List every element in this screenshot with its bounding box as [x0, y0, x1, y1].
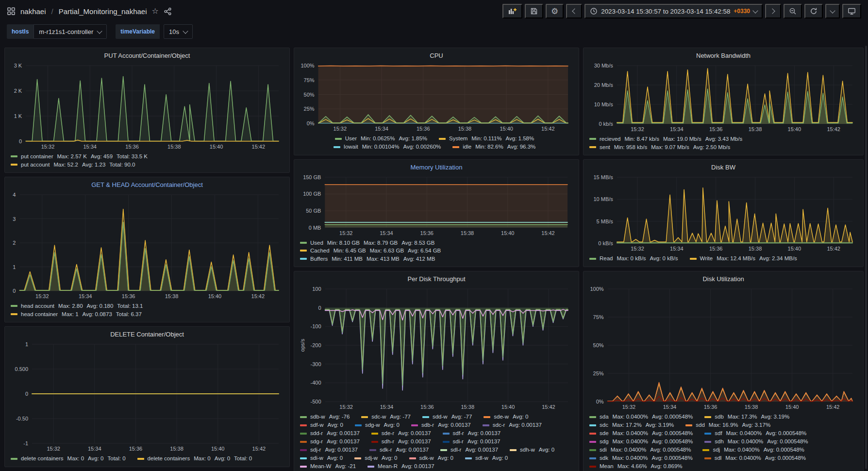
refresh-interval-dropdown[interactable]: [825, 4, 840, 18]
dashboard-settings-button[interactable]: ⚙: [546, 4, 564, 18]
panel-title[interactable]: PUT Account/Container/Object: [10, 51, 284, 61]
panel-title[interactable]: GET & HEAD Account/Container/Object: [10, 180, 284, 190]
legend-item[interactable]: put accountMax: 52.2Avg: 1.23Total: 90.0: [11, 161, 284, 169]
legend-item[interactable]: sdfMax: 0.0400%Avg: 0.000548%: [704, 429, 810, 437]
legend-series-name[interactable]: sdc-w: [371, 413, 386, 421]
refresh-button[interactable]: [804, 4, 823, 18]
legend-item[interactable]: idleMin: 82.6%Avg: 96.3%: [452, 143, 539, 151]
legend-series-name[interactable]: put account: [21, 161, 50, 169]
legend-item[interactable]: delete containersMax: 0Avg: 0Total: 0: [137, 454, 256, 463]
legend-series-name[interactable]: recieved: [600, 135, 620, 143]
legend-item[interactable]: IowaitMin: 0.00104%Avg: 0.00260%: [334, 143, 445, 151]
legend-item[interactable]: sdf-wAvg: 0: [300, 421, 347, 429]
timeseries-chart[interactable]: 0 kb/s10 Mb/s20 Mb/s30 Mb/s15:3215:3415:…: [588, 62, 858, 134]
legend-item[interactable]: put containerMax: 2.57 KAvg: 459Total: 3…: [11, 152, 284, 161]
timeseries-chart[interactable]: 1000-100-200-300-400-50015:3215:3415:361…: [299, 285, 574, 411]
legend-series-name[interactable]: sdl-r: [451, 446, 461, 454]
timeseries-chart[interactable]: 0 MB50 GB100 GB150 GB15:3215:3415:3615:3…: [299, 173, 574, 237]
panel-title[interactable]: CPU: [299, 51, 574, 61]
legend-series-name[interactable]: sde: [600, 429, 609, 437]
timeseries-chart[interactable]: 01 K2 K3 K15:3215:3415:3615:3815:4015:42: [10, 62, 284, 151]
timeseries-chart[interactable]: 0123415:3215:3415:3615:3815:4015:42: [10, 191, 284, 301]
legend-item[interactable]: head accountMax: 2.80Avg: 0.180Total: 13…: [11, 302, 284, 310]
legend-item[interactable]: sdkMax: 0.0400%Avg: 0.000548%: [589, 454, 697, 462]
star-icon[interactable]: ☆: [152, 7, 159, 15]
legend-item[interactable]: sdl-wAvg: 0: [465, 454, 512, 462]
legend-series-name[interactable]: Mean-R: [378, 462, 398, 471]
legend-series-name[interactable]: delete containers: [21, 454, 64, 463]
legend-item[interactable]: recievedMin: 8.47 kb/sMax: 19.0 Mb/sAvg:…: [589, 135, 857, 143]
legend-item[interactable]: sdd-wAvg: -77: [422, 413, 476, 421]
legend-item[interactable]: WriteMax: 12.4 MB/sAvg: 2.34 MB/s: [690, 254, 801, 263]
legend-series-name[interactable]: sdj: [713, 446, 720, 454]
panel-title[interactable]: Per Disk Throughput: [299, 274, 574, 284]
legend-item[interactable]: sdk-wAvg: 0: [409, 454, 457, 462]
legend-item[interactable]: sdeMax: 0.0400%Avg: 0.000548%: [589, 429, 697, 437]
add-panel-button[interactable]: [502, 4, 522, 18]
legend-series-name[interactable]: sde-w: [494, 413, 509, 421]
legend-item[interactable]: sdb-wAvg: -76: [300, 413, 353, 421]
variable-hostis-dropdown[interactable]: m-r1z1s1-controller: [33, 24, 107, 39]
legend-series-name[interactable]: sdg-w: [365, 421, 380, 429]
legend-item[interactable]: sdh-rAvg: 0.00137: [371, 437, 435, 446]
legend-series-name[interactable]: sdf-r: [453, 429, 464, 437]
legend-item[interactable]: sdf-rAvg: 0.00137: [443, 429, 505, 437]
legend-series-name[interactable]: sdl: [715, 454, 722, 462]
legend-item[interactable]: sdd-rAvg: 0.00137: [300, 429, 364, 437]
legend-series-name[interactable]: Buffers: [310, 255, 328, 263]
legend-series-name[interactable]: sdj-r: [310, 446, 321, 454]
panel-title[interactable]: Memory Utilization: [299, 163, 574, 172]
legend-series-name[interactable]: sdh: [715, 437, 724, 446]
legend-series-name[interactable]: Used: [310, 239, 323, 247]
variable-timevariable-dropdown[interactable]: 10s: [164, 24, 193, 39]
legend-item[interactable]: MeanMax: 4.66%Avg: 0.869%: [589, 462, 686, 471]
legend-series-name[interactable]: head account: [21, 302, 54, 310]
legend-series-name[interactable]: sdk: [600, 454, 608, 462]
legend-item[interactable]: sdb-rAvg: 0.00137: [411, 421, 475, 429]
legend-series-name[interactable]: put container: [21, 152, 53, 161]
legend-series-name[interactable]: sdf-w: [310, 421, 323, 429]
legend-series-name[interactable]: sda: [600, 413, 609, 421]
legend-series-name[interactable]: sdl-w: [475, 454, 488, 462]
panel-title[interactable]: DELETE Container/Object: [10, 330, 284, 339]
breadcrumb-folder[interactable]: nakhaei: [20, 7, 46, 16]
legend-item[interactable]: sde-rAvg: 0.00137: [371, 429, 435, 437]
timeseries-chart[interactable]: 0%25%50%75%100%15:3215:3415:3615:3815:40…: [588, 285, 858, 411]
legend-series-name[interactable]: sdi-w: [310, 454, 323, 462]
legend-series-name[interactable]: sdi-r: [453, 437, 464, 446]
legend-item[interactable]: Mean-WAvg: -21: [300, 462, 360, 471]
legend-series-name[interactable]: sdb: [715, 413, 724, 421]
kiosk-mode-button[interactable]: [842, 4, 861, 18]
legend-item[interactable]: CachedMin: 6.45 GBMax: 6.63 GBAvg: 6.54 …: [300, 247, 573, 255]
zoom-out-button[interactable]: [784, 4, 802, 18]
legend-item[interactable]: sdk-rAvg: 0.00137: [369, 446, 433, 454]
legend-series-name[interactable]: sdk-r: [380, 446, 392, 454]
legend-series-name[interactable]: idle: [463, 143, 471, 151]
legend-item[interactable]: sdcMax: 17.2%Avg: 3.19%: [589, 421, 678, 429]
legend-series-name[interactable]: User: [345, 135, 357, 143]
legend-item[interactable]: UserMin: 0.0625%Avg: 1.85%: [335, 135, 431, 143]
scrollbar[interactable]: [865, 46, 867, 469]
legend-item[interactable]: BuffersMin: 411 MBMax: 413 MBAvg: 412 MB: [300, 255, 573, 263]
legend-series-name[interactable]: Mean-W: [310, 462, 331, 471]
legend-series-name[interactable]: sdi: [600, 446, 607, 454]
legend-item[interactable]: sdj-wAvg: 0: [354, 454, 401, 462]
legend-item[interactable]: sdi-wAvg: 0: [300, 454, 347, 462]
legend-item[interactable]: UsedMin: 8.10 GBMax: 8.79 GBAvg: 8.53 GB: [300, 239, 573, 247]
legend-item[interactable]: sdaMax: 0.0400%Avg: 0.000548%: [589, 413, 697, 421]
legend-series-name[interactable]: Iowait: [344, 143, 358, 151]
legend-item[interactable]: sdiMax: 0.0400%Avg: 0.000548%: [589, 446, 695, 454]
legend-series-name[interactable]: sdf: [715, 429, 722, 437]
panel-title[interactable]: Network Bandwidth: [588, 51, 858, 61]
legend-series-name[interactable]: head container: [21, 310, 58, 319]
legend-item[interactable]: sdhMax: 0.0400%Avg: 0.000548%: [704, 437, 812, 446]
legend-item[interactable]: sdjMax: 0.0400%Avg: 0.000548%: [702, 446, 808, 454]
legend-series-name[interactable]: sdd-r: [310, 429, 323, 437]
legend-series-name[interactable]: sent: [600, 143, 610, 151]
legend-series-name[interactable]: sdh-r: [382, 437, 394, 446]
legend-series-name[interactable]: sdb-w: [310, 413, 325, 421]
legend-series-name[interactable]: sdc: [600, 421, 608, 429]
legend-series-name[interactable]: Cached: [310, 247, 330, 255]
legend-series-name[interactable]: sdg-r: [310, 437, 323, 446]
time-range-picker[interactable]: 2023-03-14 15:30:57 to 2023-03-14 15:42:…: [584, 4, 763, 18]
